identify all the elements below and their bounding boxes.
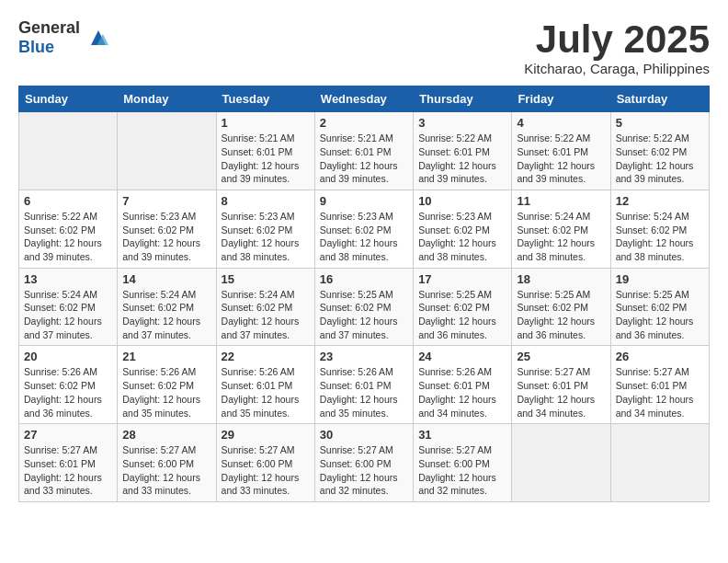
- day-info: Sunrise: 5:24 AM Sunset: 6:02 PM Dayligh…: [24, 288, 112, 342]
- calendar-day-cell: 17Sunrise: 5:25 AM Sunset: 6:02 PM Dayli…: [414, 268, 512, 346]
- calendar-day-cell: 25Sunrise: 5:27 AM Sunset: 6:01 PM Dayli…: [512, 346, 610, 424]
- day-info: Sunrise: 5:24 AM Sunset: 6:02 PM Dayligh…: [517, 210, 605, 264]
- day-info: Sunrise: 5:27 AM Sunset: 6:00 PM Dayligh…: [418, 443, 506, 498]
- page-header: General Blue July 2025 Kitcharao, Caraga…: [18, 18, 710, 76]
- day-number: 6: [24, 194, 112, 208]
- day-info: Sunrise: 5:23 AM Sunset: 6:02 PM Dayligh…: [418, 210, 506, 264]
- calendar-day-cell: 14Sunrise: 5:24 AM Sunset: 6:02 PM Dayli…: [118, 268, 216, 346]
- day-info: Sunrise: 5:24 AM Sunset: 6:02 PM Dayligh…: [616, 210, 704, 264]
- weekday-header: Friday: [512, 86, 610, 112]
- day-number: 16: [320, 272, 408, 286]
- calendar-day-cell: 16Sunrise: 5:25 AM Sunset: 6:02 PM Dayli…: [314, 268, 413, 346]
- day-number: 3: [418, 116, 506, 130]
- calendar-table: SundayMondayTuesdayWednesdayThursdayFrid…: [18, 86, 710, 502]
- calendar-week-row: 27Sunrise: 5:27 AM Sunset: 6:01 PM Dayli…: [19, 424, 710, 502]
- day-info: Sunrise: 5:25 AM Sunset: 6:02 PM Dayligh…: [418, 288, 506, 342]
- calendar-day-cell: 6Sunrise: 5:22 AM Sunset: 6:02 PM Daylig…: [19, 190, 118, 268]
- calendar-day-cell: 11Sunrise: 5:24 AM Sunset: 6:02 PM Dayli…: [512, 190, 610, 268]
- weekday-header: Saturday: [610, 86, 709, 112]
- day-number: 30: [320, 428, 408, 442]
- day-number: 27: [24, 428, 112, 442]
- day-info: Sunrise: 5:22 AM Sunset: 6:02 PM Dayligh…: [24, 210, 112, 264]
- day-number: 28: [122, 428, 210, 442]
- day-info: Sunrise: 5:27 AM Sunset: 6:00 PM Dayligh…: [122, 443, 210, 498]
- day-info: Sunrise: 5:27 AM Sunset: 6:01 PM Dayligh…: [517, 365, 605, 419]
- day-number: 8: [222, 194, 310, 208]
- weekday-header: Thursday: [414, 86, 512, 112]
- calendar-day-cell: 26Sunrise: 5:27 AM Sunset: 6:01 PM Dayli…: [610, 346, 709, 424]
- calendar-week-row: 1Sunrise: 5:21 AM Sunset: 6:01 PM Daylig…: [19, 112, 710, 190]
- day-info: Sunrise: 5:27 AM Sunset: 6:00 PM Dayligh…: [222, 443, 310, 498]
- day-info: Sunrise: 5:24 AM Sunset: 6:02 PM Dayligh…: [222, 288, 310, 342]
- calendar-day-cell: [512, 424, 610, 502]
- day-number: 15: [222, 272, 310, 286]
- calendar-day-cell: [19, 112, 118, 190]
- calendar-day-cell: 31Sunrise: 5:27 AM Sunset: 6:00 PM Dayli…: [414, 424, 512, 502]
- calendar-day-cell: 19Sunrise: 5:25 AM Sunset: 6:02 PM Dayli…: [610, 268, 709, 346]
- location-subtitle: Kitcharao, Caraga, Philippines: [524, 61, 710, 76]
- day-number: 1: [222, 116, 310, 130]
- day-info: Sunrise: 5:23 AM Sunset: 6:02 PM Dayligh…: [222, 210, 310, 264]
- day-number: 20: [24, 350, 112, 363]
- calendar-day-cell: 10Sunrise: 5:23 AM Sunset: 6:02 PM Dayli…: [414, 190, 512, 268]
- title-block: July 2025 Kitcharao, Caraga, Philippines: [524, 18, 710, 76]
- calendar-day-cell: 1Sunrise: 5:21 AM Sunset: 6:01 PM Daylig…: [216, 112, 314, 190]
- day-number: 10: [418, 194, 506, 208]
- day-info: Sunrise: 5:25 AM Sunset: 6:02 PM Dayligh…: [320, 288, 408, 342]
- calendar-week-row: 6Sunrise: 5:22 AM Sunset: 6:02 PM Daylig…: [19, 190, 710, 268]
- day-number: 4: [517, 116, 605, 130]
- calendar-day-cell: 12Sunrise: 5:24 AM Sunset: 6:02 PM Dayli…: [610, 190, 709, 268]
- calendar-day-cell: 30Sunrise: 5:27 AM Sunset: 6:00 PM Dayli…: [314, 424, 413, 502]
- weekday-header: Wednesday: [314, 86, 413, 112]
- month-title: July 2025: [524, 18, 710, 61]
- day-number: 23: [320, 350, 408, 363]
- day-info: Sunrise: 5:27 AM Sunset: 6:00 PM Dayligh…: [320, 443, 408, 498]
- calendar-day-cell: 9Sunrise: 5:23 AM Sunset: 6:02 PM Daylig…: [314, 190, 413, 268]
- day-number: 25: [517, 350, 605, 363]
- calendar-day-cell: 20Sunrise: 5:26 AM Sunset: 6:02 PM Dayli…: [19, 346, 118, 424]
- calendar-header-row: SundayMondayTuesdayWednesdayThursdayFrid…: [19, 86, 710, 112]
- calendar-day-cell: 5Sunrise: 5:22 AM Sunset: 6:02 PM Daylig…: [610, 112, 709, 190]
- calendar-day-cell: 7Sunrise: 5:23 AM Sunset: 6:02 PM Daylig…: [118, 190, 216, 268]
- day-info: Sunrise: 5:25 AM Sunset: 6:02 PM Dayligh…: [517, 288, 605, 342]
- calendar-week-row: 20Sunrise: 5:26 AM Sunset: 6:02 PM Dayli…: [19, 346, 710, 424]
- day-info: Sunrise: 5:27 AM Sunset: 6:01 PM Dayligh…: [616, 365, 704, 419]
- day-number: 26: [616, 350, 704, 363]
- weekday-header: Monday: [118, 86, 216, 112]
- day-info: Sunrise: 5:21 AM Sunset: 6:01 PM Dayligh…: [222, 132, 310, 186]
- day-number: 21: [122, 350, 210, 363]
- day-info: Sunrise: 5:27 AM Sunset: 6:01 PM Dayligh…: [24, 443, 112, 498]
- calendar-day-cell: 21Sunrise: 5:26 AM Sunset: 6:02 PM Dayli…: [118, 346, 216, 424]
- calendar-day-cell: 15Sunrise: 5:24 AM Sunset: 6:02 PM Dayli…: [216, 268, 314, 346]
- day-number: 14: [122, 272, 210, 286]
- calendar-day-cell: 13Sunrise: 5:24 AM Sunset: 6:02 PM Dayli…: [19, 268, 118, 346]
- calendar-day-cell: 23Sunrise: 5:26 AM Sunset: 6:01 PM Dayli…: [314, 346, 413, 424]
- day-info: Sunrise: 5:25 AM Sunset: 6:02 PM Dayligh…: [616, 288, 704, 342]
- day-number: 17: [418, 272, 506, 286]
- logo-general-text: General: [18, 18, 80, 38]
- day-info: Sunrise: 5:23 AM Sunset: 6:02 PM Dayligh…: [122, 210, 210, 264]
- day-number: 2: [320, 116, 408, 130]
- day-number: 24: [418, 350, 506, 363]
- calendar-day-cell: 24Sunrise: 5:26 AM Sunset: 6:01 PM Dayli…: [414, 346, 512, 424]
- weekday-header: Tuesday: [216, 86, 314, 112]
- logo: General Blue: [18, 18, 113, 57]
- day-number: 13: [24, 272, 112, 286]
- day-info: Sunrise: 5:22 AM Sunset: 6:01 PM Dayligh…: [418, 132, 506, 186]
- calendar-day-cell: 18Sunrise: 5:25 AM Sunset: 6:02 PM Dayli…: [512, 268, 610, 346]
- day-info: Sunrise: 5:26 AM Sunset: 6:01 PM Dayligh…: [320, 365, 408, 419]
- day-info: Sunrise: 5:26 AM Sunset: 6:02 PM Dayligh…: [122, 365, 210, 419]
- calendar-day-cell: 4Sunrise: 5:22 AM Sunset: 6:01 PM Daylig…: [512, 112, 610, 190]
- day-number: 31: [418, 428, 506, 442]
- logo-blue-text: Blue: [18, 38, 80, 57]
- day-info: Sunrise: 5:22 AM Sunset: 6:01 PM Dayligh…: [517, 132, 605, 186]
- day-info: Sunrise: 5:26 AM Sunset: 6:01 PM Dayligh…: [418, 365, 506, 419]
- day-info: Sunrise: 5:23 AM Sunset: 6:02 PM Dayligh…: [320, 210, 408, 264]
- day-number: 19: [616, 272, 704, 286]
- calendar-day-cell: 29Sunrise: 5:27 AM Sunset: 6:00 PM Dayli…: [216, 424, 314, 502]
- day-number: 9: [320, 194, 408, 208]
- calendar-day-cell: [118, 112, 216, 190]
- day-info: Sunrise: 5:26 AM Sunset: 6:01 PM Dayligh…: [222, 365, 310, 419]
- day-number: 12: [616, 194, 704, 208]
- weekday-header: Sunday: [19, 86, 118, 112]
